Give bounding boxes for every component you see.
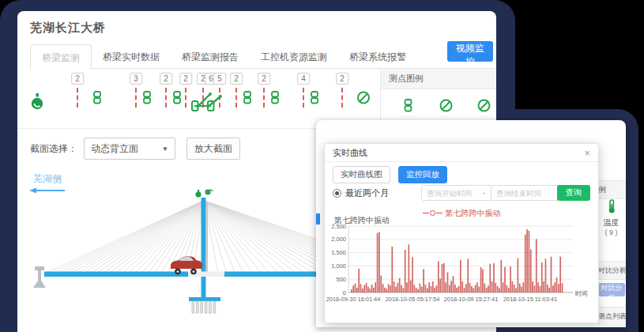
bridge-diagram [24,188,324,319]
deck-right [224,272,324,277]
section-select-label: 截面选择： [30,142,77,156]
sensor-count-badge: 5 [213,73,226,85]
tab-list: 桥梁监测桥梁实时数据桥梁监测报告工控机资源监测桥梁系统报警 [30,44,496,68]
chain-icon[interactable] [143,91,152,108]
temperature-legend-item: 温度 ( 9 ) [597,199,626,236]
chain-icon[interactable] [243,91,252,108]
sensor-count-badge: 2 [160,73,172,85]
legend-line-icon [423,213,429,213]
svg-text:时间: 时间 [575,290,588,297]
svg-text:2018-10-09 15:27:41: 2018-10-09 15:27:41 [444,296,499,303]
pile [209,301,212,313]
background-legend-header: 例 [597,180,626,199]
chain-icon [404,99,412,115]
sensor-count-badge: 2 [230,73,243,85]
background-page-sliver: 例 温度 ( 9 ) 对比分析 对比分析 测点列表 [597,120,626,327]
tab-1[interactable]: 桥梁实时数据 [92,44,171,68]
dialog-tabs: 实时曲线图 监控回放 [333,166,447,183]
chain-icon[interactable] [93,91,102,108]
enlarge-section-button[interactable]: 放大截面 [186,138,240,160]
chain-icon[interactable] [311,91,319,108]
pile [205,301,207,313]
sensor-count-badge: 2 [336,73,348,85]
dialog-title: 实时曲线 [333,147,367,159]
ban-icon [439,99,453,115]
chain-icon[interactable] [173,91,182,108]
tab-3[interactable]: 工控机资源监测 [250,44,338,68]
svg-text:1,000: 1,000 [331,262,346,270]
pile [201,301,203,313]
sensor-count-badge: 4 [297,73,310,85]
pylon-top-sensor-icon [195,189,213,197]
svg-text:2018-10-15 11:03:41: 2018-10-15 11:03:41 [503,296,557,303]
mast [206,202,208,274]
legend-panel-header: 测点图例 [381,69,496,89]
compare-analysis-button[interactable]: 对比分析 [598,283,625,296]
pile [196,301,198,313]
secondary-window: 例 温度 ( 9 ) 对比分析 对比分析 测点列表 实时曲线 × 实时曲线图 监… [316,120,626,327]
close-icon[interactable]: × [584,148,590,158]
radio-dot-icon [333,189,341,198]
chain-icon[interactable] [271,91,280,108]
red-dashed-line [77,88,78,108]
thermometer-icon [607,202,616,216]
vibration-chart: 05001,0001,5002,0002,5002018-09-30 16:01… [326,223,597,319]
tab-bar: 桥梁监测桥梁实时数据桥梁监测报告工控机资源监测桥梁系统报警 视频监控 [30,44,496,69]
ban-icon [477,99,491,115]
legend-circle-icon [430,210,435,216]
section-select-row: 截面选择： 动态背立面 ▼ 放大截面 [30,138,240,160]
svg-text:2,000: 2,000 [331,236,346,243]
red-dashed-line [235,88,237,108]
compare-section-header: 对比分析 [597,261,626,280]
page-title: 芜湖长江大桥 [30,21,106,36]
sensor-count-badge: 2 [179,73,192,85]
pile [192,301,194,313]
sensor-count-badge: 2 [71,73,84,85]
temperature-label: 温度 [597,217,626,228]
screen-background: 芜湖长江大桥 桥梁监测桥梁实时数据桥梁监测报告工控机资源监测桥梁系统报警 视频监… [0,0,644,332]
query-start-input[interactable] [421,185,492,201]
sensor-count-badge: 3 [130,73,142,85]
svg-text:1,500: 1,500 [331,249,346,256]
radio-recent-range[interactable]: 最近两个月 [333,187,389,199]
dialog-controls: 最近两个月 - 查询 [325,185,598,202]
anemometer-icon[interactable] [31,93,44,113]
video-monitor-button[interactable]: 视频监控 [447,41,493,62]
red-dashed-line [341,88,343,108]
legend-panel: 测点图例 [380,68,496,126]
legend-line-icon [436,213,443,213]
svg-text:500: 500 [336,276,346,283]
bascule-icon[interactable] [191,91,223,115]
tab-4[interactable]: 桥梁系统报警 [338,44,417,68]
red-dashed-line [165,88,167,108]
query-button[interactable]: 查询 [557,185,590,201]
tab-monitor-playback[interactable]: 监控回放 [398,166,447,183]
side-label-text: 芜湖侧 [28,172,66,186]
pile [213,301,216,313]
pylon [201,198,206,297]
temperature-count: ( 9 ) [597,228,626,236]
realtime-curve-dialog: 实时曲线 × 实时曲线图 监控回放 最近两个月 - 查询 第七跨跨中振动 第七跨 [324,143,599,323]
range-separator: - [483,188,485,197]
chevron-down-icon: ▼ [162,145,168,153]
dialog-header: 实时曲线 × [325,144,598,162]
red-dashed-line [303,88,304,108]
red-dashed-line [135,88,137,108]
radio-label: 最近两个月 [345,187,389,199]
tab-2[interactable]: 桥梁监测报告 [171,44,250,68]
section-select-value: 动态背立面 [91,142,138,156]
sensor-count-badge: 2 [258,73,270,85]
svg-text:2018-10-05 05:17:54: 2018-10-05 05:17:54 [386,296,440,303]
ban-icon[interactable] [357,91,371,108]
section-select-dropdown[interactable]: 动态背立面 ▼ [84,138,175,160]
red-dashed-line [185,88,186,108]
svg-text:2018-09-30 16:01:44: 2018-09-30 16:01:44 [326,296,380,303]
tab-realtime-curve[interactable]: 实时曲线图 [333,166,390,183]
red-dashed-line [263,88,265,108]
abutment [33,266,46,288]
tab-0[interactable]: 桥梁监测 [30,44,92,70]
query-end-input[interactable] [491,185,562,201]
svg-text:2,500: 2,500 [331,223,346,230]
deck-left [44,272,188,277]
pier-cap [189,297,220,301]
